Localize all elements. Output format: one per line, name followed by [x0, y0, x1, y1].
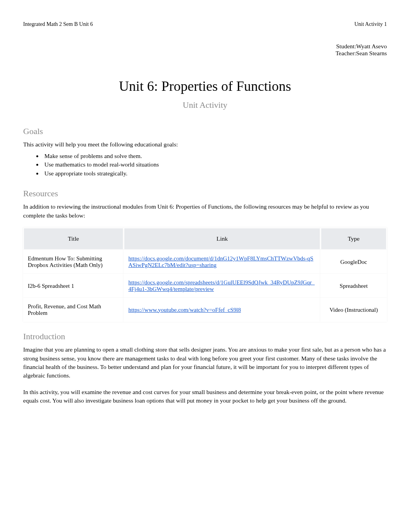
resource-type: Video (Instructional): [320, 298, 387, 322]
student-label: Student:: [336, 43, 356, 49]
page-title: Unit 6: Properties of Functions: [23, 78, 387, 94]
table-row: I2b-6 Spreadsheet 1 https://docs.google.…: [23, 274, 387, 298]
intro-text: that will put money in your pocket to he…: [164, 397, 346, 404]
teacher-name: Sean Stearns: [356, 50, 387, 56]
resource-link[interactable]: https://www.youtube.com/watch?v=oFfef_cS…: [128, 307, 241, 313]
student-name: Wyatt Asevo: [356, 43, 387, 49]
resource-title: Edmentum How To: Submitting Dropbox Acti…: [23, 250, 124, 274]
resource-type: Spreadsheet: [320, 274, 387, 298]
header-left: Integrated Math 2 Sem B Unit 6: [23, 21, 93, 27]
intro-text: examine the revenue and cost curves: [81, 389, 169, 395]
resources-intro-unit: Unit 6: Properties of Functions: [158, 203, 232, 210]
list-item: Use appropriate tools strategically.: [42, 169, 387, 178]
intro-text: business loan options: [113, 397, 164, 404]
introduction-p1: Imagine that you are planning to open a …: [23, 345, 387, 380]
resource-link-cell: https://docs.google.com/spreadsheets/d/1…: [124, 274, 320, 298]
intro-text: for your small business and determine yo…: [169, 389, 276, 395]
goals-intro: This activity will help you meet the fol…: [23, 140, 387, 149]
resource-link-cell: https://www.youtube.com/watch?v=oFfef_cS…: [124, 298, 320, 322]
intro-text: In this activity, you will: [23, 389, 81, 395]
col-type: Type: [320, 228, 387, 250]
resources-intro-text: In addition to reviewing the instruction…: [23, 203, 158, 210]
resources-intro: In addition to reviewing the instruction…: [23, 202, 387, 220]
resources-table: Title Link Type Edmentum How To: Submitt…: [23, 228, 387, 322]
resource-link-cell: https://docs.google.com/document/d/1dnG1…: [124, 250, 320, 274]
resources-heading: Resources: [23, 189, 387, 199]
table-row: Edmentum How To: Submitting Dropbox Acti…: [23, 250, 387, 274]
goals-list: Make sense of problems and solve them. U…: [42, 152, 387, 178]
resource-link[interactable]: https://docs.google.com/document/d/1dnG1…: [128, 255, 313, 268]
table-row: Profit, Revenue, and Cost Math Problem h…: [23, 298, 387, 322]
introduction-p2: In this activity, you will examine the r…: [23, 388, 387, 405]
col-title: Title: [23, 228, 124, 250]
resource-title: Profit, Revenue, and Cost Math Problem: [23, 298, 124, 322]
student-teacher-block: Student:Wyatt Asevo Teacher:Sean Stearns: [23, 43, 387, 57]
goals-heading: Goals: [23, 126, 387, 136]
table-header-row: Title Link Type: [23, 228, 387, 250]
page-subtitle: Unit Activity: [23, 100, 387, 110]
resource-link[interactable]: https://docs.google.com/spreadsheets/d/1…: [128, 279, 315, 292]
teacher-label: Teacher:: [335, 50, 356, 56]
introduction-heading: Introduction: [23, 331, 387, 342]
list-item: Make sense of problems and solve them.: [42, 152, 387, 160]
intro-text: break-even point: [276, 389, 317, 395]
resource-type: GoogleDoc: [320, 250, 387, 274]
resource-title: I2b-6 Spreadsheet 1: [23, 274, 124, 298]
col-link: Link: [124, 228, 320, 250]
header-right: Unit Activity 1: [354, 21, 387, 27]
list-item: Use mathematics to model real-world situ…: [42, 160, 387, 169]
page-header: Integrated Math 2 Sem B Unit 6 Unit Acti…: [23, 21, 387, 27]
